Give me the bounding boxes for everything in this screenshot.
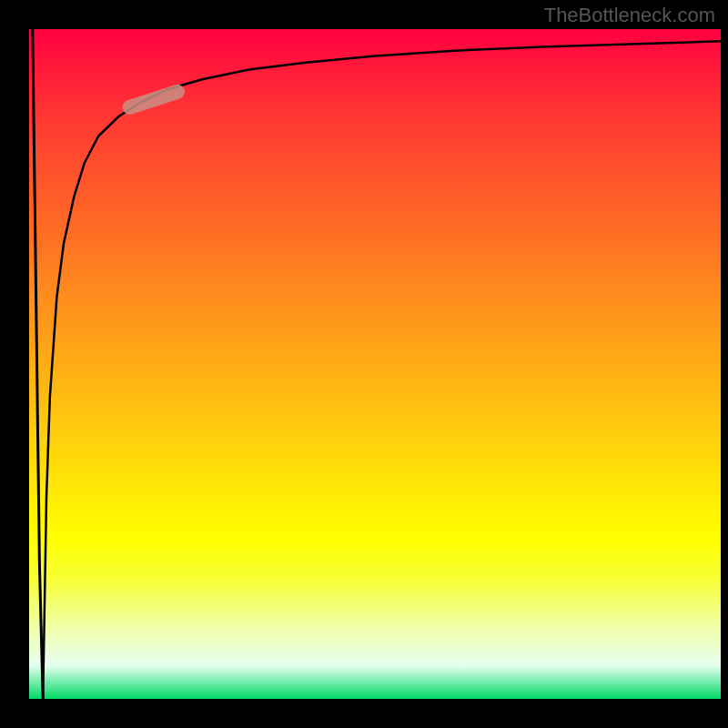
series-initial-drop [33,29,43,699]
series-log-curve [43,41,721,699]
chart-curve-layer [29,29,721,699]
watermark-text: TheBottleneck.com [544,4,715,27]
chart-plot-area [29,29,721,699]
annotation-highlight-segment [121,83,187,116]
